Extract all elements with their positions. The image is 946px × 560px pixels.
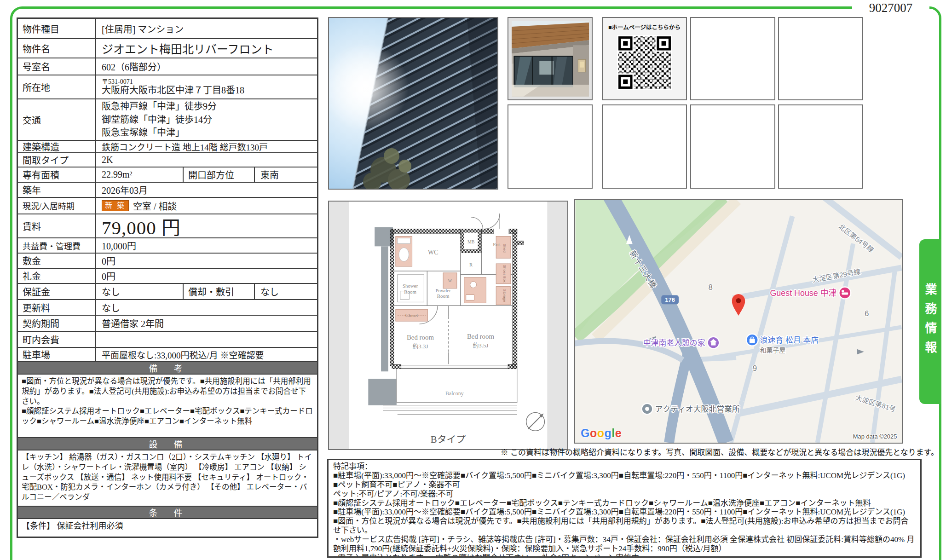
special-notes-line: ■顔認証システム採用オートロック■エレベーター■宅配ボックス■テンキー式カードロ… — [333, 499, 916, 508]
business-info-tab: 業務情報 — [919, 239, 941, 404]
svg-text:約3.3J: 約3.3J — [412, 343, 428, 350]
equipment-body: 【キッチン】 給湯器（ガス）・ガスコンロ（2口）・システムキッチン 【水廻り】 … — [18, 450, 317, 507]
row-value: 〒531-0071 大阪府大阪市北区中津７丁目8番18 — [95, 75, 317, 98]
row-label: 築年 — [18, 183, 95, 197]
room-label-powder: Powder — [435, 288, 451, 293]
room-label-ent: Ent. — [493, 242, 501, 247]
floorplan: WC MB Ent. R W Shower Room Powder Room C… — [328, 201, 568, 450]
row-label: 所在地 — [18, 75, 95, 98]
map-image: 176 新十三大橋 北区第54号線 大淀区第29号線 大淀区第81号 8 6 9 — [575, 200, 902, 443]
poi-label-guesthouse: Guest House 中津 — [770, 289, 836, 298]
qr-code — [617, 35, 672, 90]
special-notes-line: ■電子入居申込となります。■内覧の際はお問合せ下さい。■礼金0円キャンペーン実施… — [333, 554, 916, 558]
building-photo — [328, 17, 498, 190]
row-value-2: なし — [254, 284, 317, 299]
row-label: 礼金 — [18, 269, 95, 283]
special-notes-box: 特記事項： ■駐車場(平面):33,000円〜※空確認要■バイク置場:5,500… — [327, 459, 922, 558]
room-label-balcony: Balcony — [445, 390, 464, 397]
address-text: 大阪府大阪市北区中津７丁目8番18 — [102, 85, 244, 96]
floorplan-type-title: Bタイプ — [431, 434, 466, 445]
table-row-renewal: 更新料 なし — [18, 300, 317, 316]
floorplan-drawing: WC MB Ent. R W Shower Room Powder Room C… — [329, 202, 567, 449]
remarks-paragraph: ■顔認証システム採用オートロック■エレベーター■宅配ボックス■テンキー式カードロ… — [22, 406, 313, 427]
qr-label: ■ホームページはこちらから — [608, 23, 681, 31]
poi-label-shop-sub: 和菓子屋 — [760, 346, 786, 354]
special-notes-line: ・webサービス広告掲載 [許可]・チラシ、雑誌等掲載広告 [許可]・募集戸数：… — [333, 535, 916, 554]
table-row-room: 号室名 602（6階部分） — [18, 58, 317, 75]
table-row-rent: 賃料 79,000 円 — [18, 214, 317, 238]
row-label: 契約期間 — [18, 316, 95, 331]
row-value: 新 築 空室 / 相談 — [95, 198, 317, 214]
row-label: 交通 — [18, 99, 95, 140]
row-label: 駐車場 — [18, 348, 95, 361]
svg-text:約3.5J: 約3.5J — [473, 342, 488, 349]
row-value: 602（6階部分） — [95, 58, 317, 75]
row-value: 阪急神戸線「中津」徒歩9分 御堂筋線「中津」徒歩14分 阪急宝塚線「中津」 — [95, 99, 317, 140]
table-row-guarantee: 保証金 なし 償却・敷引 なし — [18, 284, 317, 300]
row-label: 現況/入居時期 — [18, 198, 95, 214]
table-row-type: 物件種目 [住居用] マンション — [18, 19, 317, 39]
conditions-body: 【条件】 保証会社利用必須 — [18, 519, 317, 537]
row-label: 物件種目 — [18, 19, 95, 38]
business-info-tab-label: 業務情報 — [922, 283, 939, 360]
table-row-name: 物件名 ジオエント梅田北リバーフロント — [18, 39, 317, 58]
svg-text:176: 176 — [665, 296, 675, 303]
property-name: ジオエント梅田北リバーフロント — [95, 39, 317, 58]
room-label-bedroom1: Bed room — [407, 334, 434, 341]
row-label: 敷金 — [18, 254, 95, 268]
table-row-fee: 共益費・管理費 10,000円 — [18, 238, 317, 254]
table-row-address: 所在地 〒531-0071 大阪府大阪市北区中津７丁目8番18 — [18, 75, 317, 99]
room-label-shoebox: Shoes Box — [502, 265, 507, 283]
room-label-bedroom2: Bed room — [467, 333, 495, 340]
map: 176 新十三大橋 北区第54号線 大淀区第29号線 大淀区第81号 8 6 9 — [574, 199, 903, 444]
row-label: 物件名 — [18, 39, 95, 58]
special-notes-title: 特記事項： — [333, 462, 916, 471]
special-notes-line: ペット:不可/ピアノ:不可/楽器:不可 — [333, 490, 916, 499]
qr-code-cell: ■ホームページはこちらから — [602, 17, 687, 100]
empty-photo-placeholder — [778, 104, 863, 189]
route-shield-176: 176 — [661, 295, 679, 304]
room-label-shower: Shower — [403, 283, 418, 289]
row-value: 平面屋根なし:33,000円税込/月 ※空確認要 — [95, 348, 317, 361]
row-label: 更新料 — [18, 300, 95, 315]
row-label: 共益費・管理費 — [18, 238, 95, 253]
row-label: 間取タイプ — [18, 153, 95, 167]
map-copyright: Map data ©2025 — [853, 433, 897, 440]
property-flyer-page: 9027007 業務情報 物件種目 [住居用] マンション 物件名 ジオエント梅… — [0, 0, 946, 560]
pillar — [368, 379, 397, 405]
disclaimer-note: ※ この資料は物件の概略紹介資料になります。写真、間取図面、設備、概要などが現況… — [276, 446, 939, 457]
row-value: 普通借家 2年間 — [95, 316, 317, 331]
google-logo: Google — [581, 427, 622, 440]
rent-amount: 79,000 円 — [95, 214, 317, 237]
poi-shop-icon — [746, 334, 758, 346]
postal-code: 〒531-0071 — [102, 78, 133, 85]
document-number: 9027007 — [852, 0, 929, 16]
empty-photo-placeholder — [778, 17, 863, 100]
row-value: 鉄筋コンクリート造 地上14階 総戸数130戸 — [95, 141, 317, 152]
table-row-built: 築年 2026年03月 — [18, 183, 317, 198]
access-line: 阪急神戸線「中津」徒歩9分 — [102, 100, 217, 113]
row-value: なし — [95, 300, 317, 315]
row-value-2: 東南 — [254, 167, 317, 182]
row-value: [住居用] マンション — [95, 19, 317, 38]
row-label: 建築構造 — [18, 141, 95, 152]
table-row-deposit: 敷金 0円 — [18, 254, 317, 269]
room-label-r: R — [469, 262, 473, 267]
table-row-structure: 建築構造 鉄筋コンクリート造 地上14階 総戸数130戸 — [18, 141, 317, 153]
empty-photo-placeholder — [602, 104, 687, 189]
row-label: 号室名 — [18, 58, 95, 75]
table-row-parking: 駐車場 平面屋根なし:33,000円税込/月 ※空確認要 — [18, 348, 317, 362]
table-row-area: 専有面積 22.99m² 開口部方位 東南 — [18, 167, 317, 183]
empty-photo-placeholder — [690, 104, 775, 189]
new-build-badge: 新 築 — [102, 200, 129, 211]
row-label: 町内会費 — [18, 332, 95, 347]
table-row-contract: 契約期間 普通借家 2年間 — [18, 316, 317, 332]
entrance-photo — [508, 17, 593, 100]
row-label-2: 開口部方位 — [183, 167, 254, 182]
access-line: 阪急宝塚線「中津」 — [102, 126, 185, 139]
property-info-table: 物件種目 [住居用] マンション 物件名 ジオエント梅田北リバーフロント 号室名… — [17, 17, 318, 538]
row-value: 0円 — [95, 269, 317, 283]
block-number-6: 6 — [865, 309, 869, 318]
room-label-w: W — [448, 278, 452, 283]
poi-label-shop: 浪速育 松月 本店 — [760, 336, 819, 345]
